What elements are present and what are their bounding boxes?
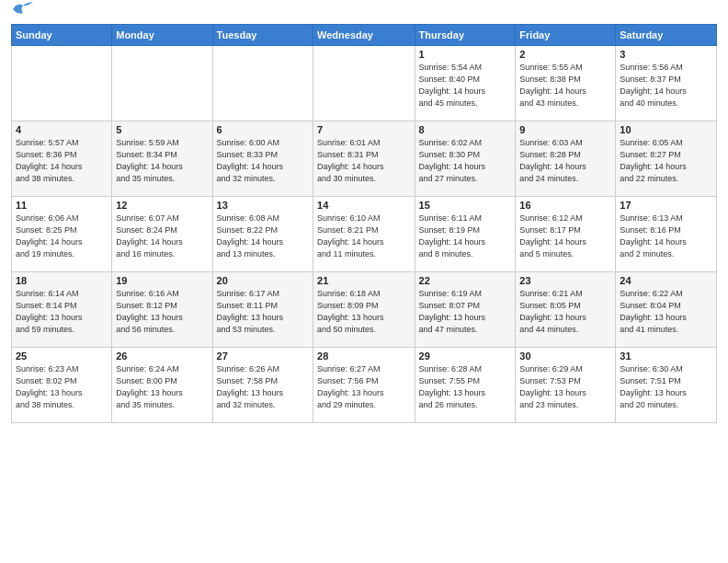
header <box>11 9 717 17</box>
calendar-cell: 27Sunrise: 6:26 AM Sunset: 7:58 PM Dayli… <box>212 348 313 423</box>
day-info: Sunrise: 6:22 AM Sunset: 8:04 PM Dayligh… <box>620 288 712 336</box>
weekday-header-thursday: Thursday <box>415 25 516 46</box>
day-info: Sunrise: 6:13 AM Sunset: 8:16 PM Dayligh… <box>620 213 712 260</box>
day-info: Sunrise: 6:30 AM Sunset: 7:51 PM Dayligh… <box>620 363 712 411</box>
calendar-cell: 19Sunrise: 6:16 AM Sunset: 8:12 PM Dayli… <box>112 272 212 348</box>
calendar-cell: 7Sunrise: 6:01 AM Sunset: 8:31 PM Daylig… <box>313 121 415 197</box>
day-info: Sunrise: 6:07 AM Sunset: 8:24 PM Dayligh… <box>116 213 208 260</box>
day-number: 30 <box>519 350 611 362</box>
day-info: Sunrise: 6:02 AM Sunset: 8:30 PM Dayligh… <box>419 137 512 185</box>
day-number: 10 <box>620 124 712 135</box>
day-number: 22 <box>419 275 512 286</box>
day-info: Sunrise: 6:16 AM Sunset: 8:12 PM Dayligh… <box>116 288 208 336</box>
calendar-cell: 5Sunrise: 5:59 AM Sunset: 8:34 PM Daylig… <box>112 121 212 197</box>
calendar-cell: 17Sunrise: 6:13 AM Sunset: 8:16 PM Dayli… <box>616 197 717 272</box>
day-number: 16 <box>519 200 611 211</box>
calendar-cell: 25Sunrise: 6:23 AM Sunset: 8:02 PM Dayli… <box>12 348 112 423</box>
day-number: 9 <box>519 124 611 135</box>
day-number: 31 <box>620 350 712 362</box>
page: SundayMondayTuesdayWednesdayThursdayFrid… <box>0 0 728 563</box>
calendar-cell: 9Sunrise: 6:03 AM Sunset: 8:28 PM Daylig… <box>516 121 616 197</box>
day-number: 23 <box>519 275 611 286</box>
day-number: 3 <box>620 49 712 60</box>
logo-bird-icon <box>13 2 33 17</box>
calendar-cell: 18Sunrise: 6:14 AM Sunset: 8:14 PM Dayli… <box>12 272 112 348</box>
day-info: Sunrise: 6:06 AM Sunset: 8:25 PM Dayligh… <box>16 213 108 260</box>
day-number: 12 <box>116 200 208 211</box>
logo <box>11 9 33 17</box>
calendar-cell <box>12 46 112 121</box>
weekday-header-monday: Monday <box>112 25 212 46</box>
calendar-cell: 13Sunrise: 6:08 AM Sunset: 8:22 PM Dayli… <box>212 197 313 272</box>
day-number: 11 <box>16 200 108 211</box>
calendar-cell: 24Sunrise: 6:22 AM Sunset: 8:04 PM Dayli… <box>616 272 717 348</box>
day-info: Sunrise: 6:19 AM Sunset: 8:07 PM Dayligh… <box>419 288 512 336</box>
day-number: 17 <box>620 200 712 211</box>
day-info: Sunrise: 6:10 AM Sunset: 8:21 PM Dayligh… <box>317 213 410 260</box>
calendar-cell: 20Sunrise: 6:17 AM Sunset: 8:11 PM Dayli… <box>212 272 313 348</box>
day-number: 14 <box>317 200 410 211</box>
day-number: 27 <box>217 350 309 362</box>
day-info: Sunrise: 5:54 AM Sunset: 8:40 PM Dayligh… <box>419 62 512 109</box>
day-info: Sunrise: 6:17 AM Sunset: 8:11 PM Dayligh… <box>217 288 309 336</box>
calendar-cell: 2Sunrise: 5:55 AM Sunset: 8:38 PM Daylig… <box>516 46 616 121</box>
day-info: Sunrise: 6:11 AM Sunset: 8:19 PM Dayligh… <box>419 213 512 260</box>
day-number: 24 <box>620 275 712 286</box>
day-info: Sunrise: 6:05 AM Sunset: 8:27 PM Dayligh… <box>620 137 712 185</box>
calendar-cell: 1Sunrise: 5:54 AM Sunset: 8:40 PM Daylig… <box>415 46 516 121</box>
day-number: 25 <box>16 350 108 362</box>
calendar-cell: 10Sunrise: 6:05 AM Sunset: 8:27 PM Dayli… <box>616 121 717 197</box>
day-info: Sunrise: 6:21 AM Sunset: 8:05 PM Dayligh… <box>519 288 611 336</box>
calendar-cell: 6Sunrise: 6:00 AM Sunset: 8:33 PM Daylig… <box>212 121 313 197</box>
day-number: 28 <box>317 350 410 362</box>
calendar-cell: 11Sunrise: 6:06 AM Sunset: 8:25 PM Dayli… <box>12 197 112 272</box>
day-info: Sunrise: 6:23 AM Sunset: 8:02 PM Dayligh… <box>16 363 108 411</box>
day-info: Sunrise: 6:14 AM Sunset: 8:14 PM Dayligh… <box>16 288 108 336</box>
day-number: 2 <box>519 49 611 60</box>
calendar-table: SundayMondayTuesdayWednesdayThursdayFrid… <box>11 24 717 423</box>
day-info: Sunrise: 6:01 AM Sunset: 8:31 PM Dayligh… <box>317 137 410 185</box>
day-number: 6 <box>217 124 309 135</box>
day-info: Sunrise: 5:55 AM Sunset: 8:38 PM Dayligh… <box>519 62 611 109</box>
day-info: Sunrise: 6:28 AM Sunset: 7:55 PM Dayligh… <box>419 363 512 411</box>
calendar-cell: 31Sunrise: 6:30 AM Sunset: 7:51 PM Dayli… <box>616 348 717 423</box>
calendar-cell <box>112 46 212 121</box>
day-info: Sunrise: 6:27 AM Sunset: 7:56 PM Dayligh… <box>317 363 410 411</box>
weekday-header-row: SundayMondayTuesdayWednesdayThursdayFrid… <box>12 25 717 46</box>
day-info: Sunrise: 6:08 AM Sunset: 8:22 PM Dayligh… <box>217 213 309 260</box>
calendar-cell: 14Sunrise: 6:10 AM Sunset: 8:21 PM Dayli… <box>313 197 415 272</box>
day-number: 8 <box>419 124 512 135</box>
day-number: 5 <box>116 124 208 135</box>
day-number: 29 <box>419 350 512 362</box>
calendar-cell: 26Sunrise: 6:24 AM Sunset: 8:00 PM Dayli… <box>112 348 212 423</box>
calendar-row-4: 25Sunrise: 6:23 AM Sunset: 8:02 PM Dayli… <box>12 348 717 423</box>
day-number: 19 <box>116 275 208 286</box>
weekday-header-friday: Friday <box>516 25 616 46</box>
day-number: 20 <box>217 275 309 286</box>
calendar-cell: 28Sunrise: 6:27 AM Sunset: 7:56 PM Dayli… <box>313 348 415 423</box>
calendar-row-1: 4Sunrise: 5:57 AM Sunset: 8:36 PM Daylig… <box>12 121 717 197</box>
calendar-cell: 30Sunrise: 6:29 AM Sunset: 7:53 PM Dayli… <box>516 348 616 423</box>
weekday-header-wednesday: Wednesday <box>313 25 415 46</box>
day-number: 15 <box>419 200 512 211</box>
day-number: 26 <box>116 350 208 362</box>
day-info: Sunrise: 6:12 AM Sunset: 8:17 PM Dayligh… <box>519 213 611 260</box>
calendar-cell <box>313 46 415 121</box>
day-info: Sunrise: 6:03 AM Sunset: 8:28 PM Dayligh… <box>519 137 611 185</box>
calendar-cell: 23Sunrise: 6:21 AM Sunset: 8:05 PM Dayli… <box>516 272 616 348</box>
day-number: 4 <box>16 124 108 135</box>
calendar-cell: 15Sunrise: 6:11 AM Sunset: 8:19 PM Dayli… <box>415 197 516 272</box>
calendar-cell: 21Sunrise: 6:18 AM Sunset: 8:09 PM Dayli… <box>313 272 415 348</box>
day-info: Sunrise: 6:24 AM Sunset: 8:00 PM Dayligh… <box>116 363 208 411</box>
calendar-cell: 3Sunrise: 5:56 AM Sunset: 8:37 PM Daylig… <box>616 46 717 121</box>
day-number: 21 <box>317 275 410 286</box>
calendar-cell: 22Sunrise: 6:19 AM Sunset: 8:07 PM Dayli… <box>415 272 516 348</box>
day-number: 13 <box>217 200 309 211</box>
day-info: Sunrise: 5:59 AM Sunset: 8:34 PM Dayligh… <box>116 137 208 185</box>
day-number: 18 <box>16 275 108 286</box>
calendar-row-2: 11Sunrise: 6:06 AM Sunset: 8:25 PM Dayli… <box>12 197 717 272</box>
day-info: Sunrise: 6:00 AM Sunset: 8:33 PM Dayligh… <box>217 137 309 185</box>
calendar-row-0: 1Sunrise: 5:54 AM Sunset: 8:40 PM Daylig… <box>12 46 717 121</box>
day-info: Sunrise: 5:57 AM Sunset: 8:36 PM Dayligh… <box>16 137 108 185</box>
day-number: 1 <box>419 49 512 60</box>
